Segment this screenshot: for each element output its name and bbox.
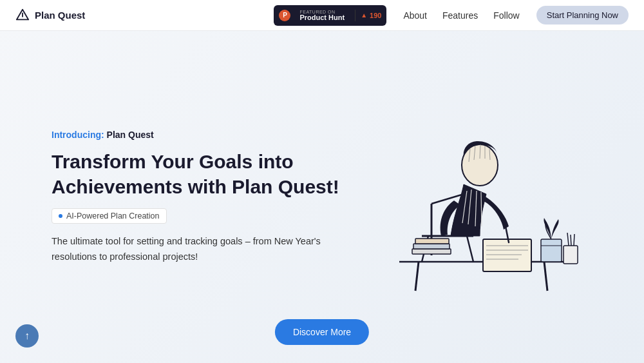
ph-triangle-icon: ▲: [361, 12, 367, 19]
scroll-up-arrow-icon: ↑: [24, 331, 30, 341]
ph-circle: P: [279, 10, 290, 21]
svg-point-14: [462, 144, 498, 186]
svg-line-30: [571, 235, 571, 246]
svg-rect-34: [415, 239, 449, 244]
nav-links: About Features Follow Start Planning Now: [397, 6, 629, 25]
svg-rect-28: [564, 246, 578, 264]
start-planning-button[interactable]: Start Planning Now: [536, 6, 629, 25]
hero-heading: Transform Your Goals into Achievements w…: [52, 149, 348, 199]
svg-line-29: [567, 233, 569, 246]
nav-link-follow[interactable]: Follow: [487, 6, 526, 25]
ai-badge: AI-Powered Plan Creation: [52, 208, 167, 224]
main-content: Introducing: Plan Quest Transform Your G…: [0, 0, 644, 363]
svg-line-9: [467, 236, 473, 262]
ph-count-area: ▲ 190: [355, 12, 386, 19]
discover-section: Discover More: [275, 319, 369, 345]
hero-illustration: [374, 101, 592, 294]
svg-rect-26: [541, 239, 562, 262]
intro-rest-text: Plan Quest: [104, 130, 154, 140]
product-hunt-badge[interactable]: P FEATURED ON Product Hunt ▲ 190: [274, 5, 386, 26]
svg-rect-32: [412, 249, 451, 254]
svg-line-31: [574, 234, 574, 246]
ai-badge-dot: [59, 214, 62, 218]
svg-rect-33: [413, 244, 450, 249]
logo-icon: [15, 8, 30, 23]
ph-count: 190: [370, 12, 381, 19]
ph-text-area: FEATURED ON Product Hunt: [294, 10, 350, 21]
hero-section: Introducing: Plan Quest Transform Your G…: [0, 101, 644, 294]
nav-link-features[interactable]: Features: [436, 6, 484, 25]
logo-area[interactable]: Plan Quest: [15, 8, 274, 23]
hero-content: Introducing: Plan Quest Transform Your G…: [52, 130, 348, 264]
logo-text: Plan Quest: [35, 10, 85, 21]
intro-label: Introducing: Plan Quest: [52, 130, 348, 140]
svg-line-4: [544, 262, 547, 291]
navbar: Plan Quest P FEATURED ON Product Hunt ▲ …: [0, 0, 644, 31]
illustration-svg: [380, 101, 586, 294]
ph-logo-area: P FEATURED ON Product Hunt: [274, 10, 355, 21]
ph-name: Product Hunt: [299, 14, 345, 21]
svg-line-3: [415, 262, 419, 291]
nav-link-about[interactable]: About: [397, 6, 433, 25]
svg-rect-20: [483, 239, 531, 271]
scroll-up-button[interactable]: ↑: [15, 324, 39, 348]
discover-more-button[interactable]: Discover More: [275, 319, 369, 345]
hero-description: The ultimate tool for setting and tracki…: [52, 234, 348, 264]
nav-center: P FEATURED ON Product Hunt ▲ 190 About F…: [274, 5, 629, 26]
intro-colored-text: Introducing:: [52, 130, 104, 140]
ai-badge-text: AI-Powered Plan Creation: [66, 211, 160, 221]
